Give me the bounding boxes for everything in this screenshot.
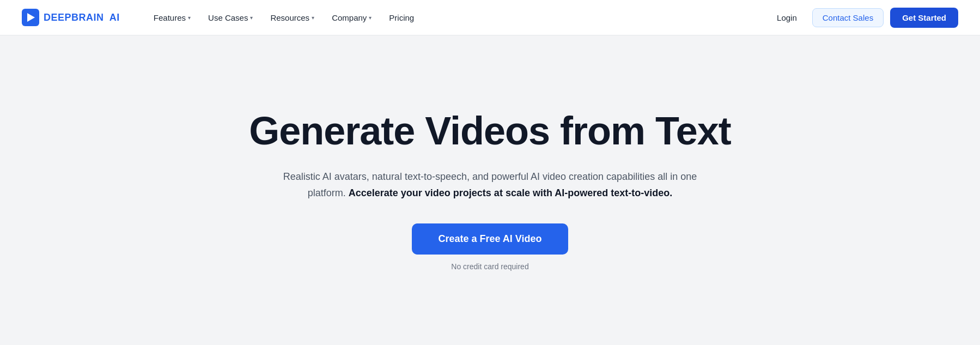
hero-note: No credit card required [451, 262, 528, 271]
nav-item-use-cases[interactable]: Use Cases ▾ [200, 9, 260, 27]
chevron-down-icon: ▾ [369, 15, 372, 21]
contact-sales-button[interactable]: Contact Sales [812, 8, 884, 27]
nav-item-features[interactable]: Features ▾ [146, 9, 198, 27]
nav-item-pricing[interactable]: Pricing [381, 9, 422, 27]
navbar-actions: Login Contact Sales Get Started [768, 8, 958, 28]
hero-subtitle: Realistic AI avatars, natural text-to-sp… [283, 168, 697, 202]
logo-text: DEEPBRAIN AI [44, 12, 120, 23]
login-button[interactable]: Login [768, 9, 806, 27]
nav-item-company[interactable]: Company ▾ [324, 9, 379, 27]
hero-title: Generate Videos from Text [249, 110, 731, 153]
hero-section: Generate Videos from Text Realistic AI a… [0, 35, 980, 345]
chevron-down-icon: ▾ [250, 15, 253, 21]
cta-button[interactable]: Create a Free AI Video [412, 223, 568, 255]
navbar-nav: Features ▾ Use Cases ▾ Resources ▾ Compa… [146, 9, 768, 27]
chevron-down-icon: ▾ [312, 15, 314, 21]
logo-icon [22, 9, 39, 26]
chevron-down-icon: ▾ [188, 15, 191, 21]
nav-item-resources[interactable]: Resources ▾ [263, 9, 322, 27]
navbar: DEEPBRAIN AI Features ▾ Use Cases ▾ Reso… [0, 0, 980, 35]
get-started-button[interactable]: Get Started [890, 8, 958, 28]
logo[interactable]: DEEPBRAIN AI [22, 9, 120, 26]
